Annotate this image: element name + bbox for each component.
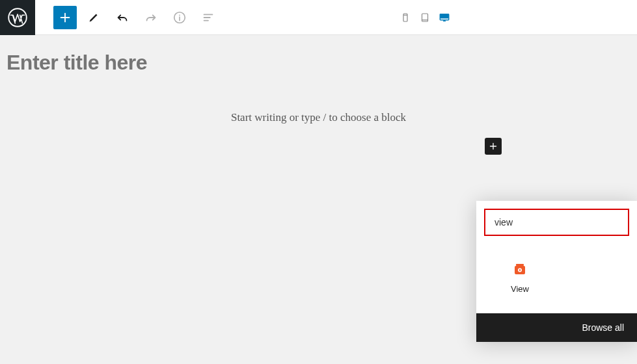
inserter-footer: Browse all (476, 313, 637, 342)
view-block-icon (512, 261, 528, 276)
plus-icon (58, 10, 72, 25)
redo-icon (144, 10, 158, 25)
body-row: Start writing or type / to choose a bloc… (7, 111, 630, 124)
tablet-view-button[interactable] (416, 9, 433, 26)
block-search-input[interactable] (484, 209, 629, 236)
browse-all-button[interactable]: Browse all (582, 322, 624, 333)
svg-point-2 (179, 14, 180, 16)
pencil-icon (87, 10, 101, 25)
desktop-icon (439, 12, 450, 23)
inserter-results: View (476, 244, 637, 313)
mobile-icon (400, 12, 411, 23)
plus-icon (487, 140, 499, 152)
undo-icon (115, 10, 129, 25)
desktop-view-button[interactable] (436, 9, 453, 26)
tablet-icon (419, 12, 431, 23)
svg-point-0 (8, 8, 27, 27)
mobile-view-button[interactable] (397, 9, 414, 26)
block-result-label: View (511, 284, 529, 294)
info-icon (172, 10, 187, 25)
block-result-view[interactable]: View (484, 255, 556, 299)
toolbar-left (35, 6, 220, 29)
outline-button[interactable] (197, 6, 220, 29)
inserter-search-wrap (476, 201, 637, 244)
body-placeholder[interactable]: Start writing or type / to choose a bloc… (231, 111, 406, 124)
editor-topbar (0, 0, 637, 35)
list-icon (201, 10, 215, 25)
svg-rect-8 (440, 14, 449, 18)
tools-button[interactable] (82, 6, 105, 29)
svg-point-12 (519, 269, 521, 271)
viewport-toggle (397, 9, 453, 26)
block-inserter-popover: View Browse all (476, 201, 637, 342)
inline-add-block-button[interactable] (485, 138, 502, 155)
redo-button (139, 6, 163, 29)
editor-canvas: Start writing or type / to choose a bloc… (0, 35, 637, 364)
wp-logo[interactable] (0, 0, 35, 35)
add-block-button[interactable] (53, 6, 77, 29)
post-title-input[interactable] (7, 51, 630, 75)
svg-rect-9 (516, 264, 524, 266)
wordpress-icon (8, 8, 27, 27)
details-button[interactable] (168, 6, 191, 29)
undo-button[interactable] (111, 6, 134, 29)
